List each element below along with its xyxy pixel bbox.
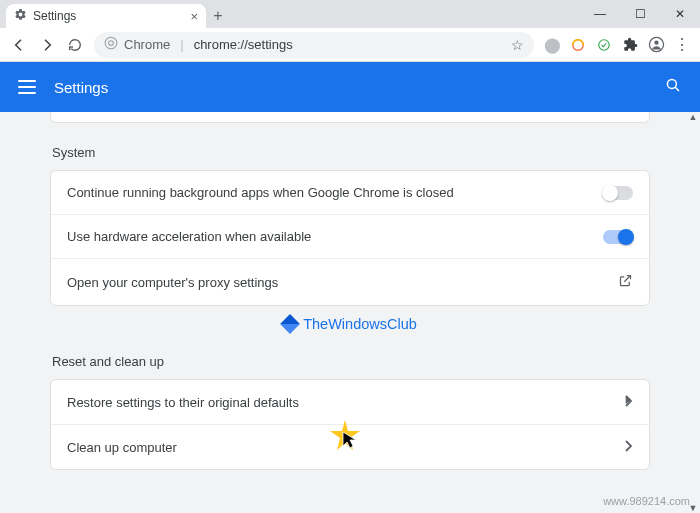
row-label: Use hardware acceleration when available [67,229,603,244]
back-button[interactable] [6,32,32,58]
watermark-text: TheWindowsClub [303,316,417,332]
browser-menu-icon[interactable]: ⋮ [670,33,694,57]
svg-point-6 [654,41,658,45]
watermark-icon [280,314,300,334]
forward-button[interactable] [34,32,60,58]
row-background-apps[interactable]: Continue running background apps when Go… [51,171,649,215]
minimize-button[interactable]: — [580,0,620,28]
chrome-icon [104,36,118,53]
row-proxy-settings[interactable]: Open your computer's proxy settings [51,259,649,305]
external-link-icon [618,273,633,291]
row-label: Open your computer's proxy settings [67,275,618,290]
settings-content: System Continue running background apps … [0,112,700,513]
watermark: TheWindowsClub [50,316,650,332]
svg-point-7 [667,79,676,88]
omnibox-url: chrome://settings [194,37,293,52]
chevron-right-icon [625,439,633,455]
previous-card-edge [50,112,650,123]
row-label: Clean up computer [67,440,625,455]
menu-icon[interactable] [18,80,36,94]
close-window-button[interactable]: ✕ [660,0,700,28]
extension-icon-3[interactable] [592,33,616,57]
address-bar[interactable]: Chrome | chrome://settings ☆ [94,32,534,58]
svg-point-4 [599,39,610,50]
gear-icon [14,8,27,24]
toggle-background-apps[interactable] [603,186,633,200]
toggle-hardware-accel[interactable] [603,230,633,244]
bookmark-icon[interactable]: ☆ [511,37,524,53]
chevron-right-icon [625,394,633,410]
extensions-puzzle-icon[interactable] [618,33,642,57]
row-cleanup-computer[interactable]: Clean up computer [51,425,649,469]
search-icon[interactable] [664,76,682,99]
close-icon[interactable]: × [190,9,198,24]
row-restore-defaults[interactable]: Restore settings to their original defau… [51,380,649,425]
row-label: Continue running background apps when Go… [67,185,603,200]
section-label-system: System [52,145,648,160]
reset-card: Restore settings to their original defau… [50,379,650,470]
settings-header: Settings [0,62,700,112]
omnibox-prefix: Chrome [124,37,170,52]
browser-tab[interactable]: Settings × [6,4,206,28]
page-title: Settings [54,79,664,96]
row-label: Restore settings to their original defau… [67,395,625,410]
footer-watermark: www.989214.com [603,495,690,507]
maximize-button[interactable]: ☐ [620,0,660,28]
browser-toolbar: Chrome | chrome://settings ☆ ⬤ ⋮ [0,28,700,62]
extension-icon-2[interactable] [566,33,590,57]
window-titlebar: Settings × + — ☐ ✕ [0,0,700,28]
tab-title: Settings [33,9,76,23]
system-card: Continue running background apps when Go… [50,170,650,306]
reload-button[interactable] [62,32,88,58]
row-hardware-accel[interactable]: Use hardware acceleration when available [51,215,649,259]
scroll-up-icon[interactable]: ▲ [688,112,698,122]
extension-icon-1[interactable]: ⬤ [540,33,564,57]
svg-point-0 [105,37,117,49]
omnibox-divider: | [180,37,183,52]
profile-icon[interactable] [644,33,668,57]
new-tab-button[interactable]: + [206,4,230,28]
svg-point-1 [109,41,114,46]
section-label-reset: Reset and clean up [52,354,648,369]
window-controls: — ☐ ✕ [580,0,700,28]
scrollbar[interactable]: ▲ ▼ [688,112,698,513]
